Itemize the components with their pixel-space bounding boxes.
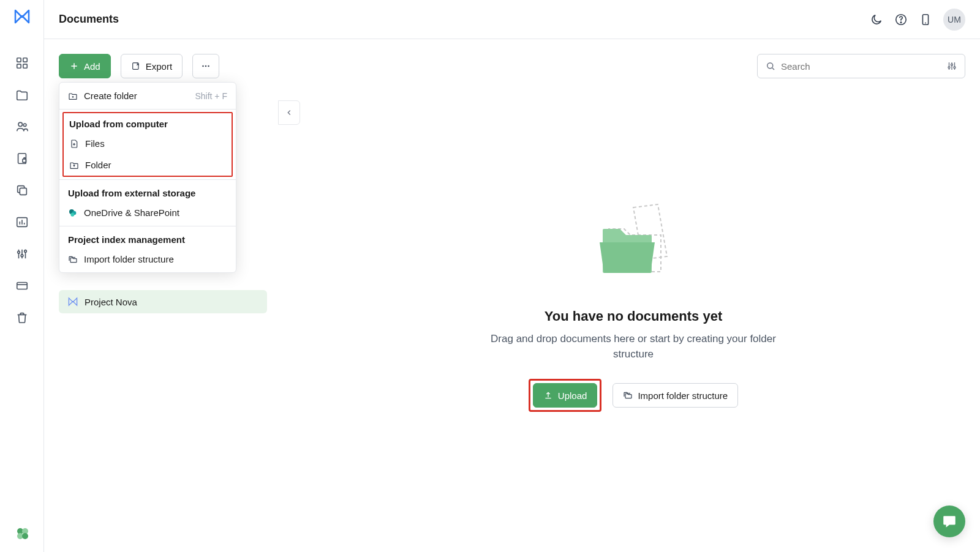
card-icon[interactable] <box>15 279 29 293</box>
search-icon <box>765 61 776 72</box>
search-field[interactable] <box>757 54 965 78</box>
divider <box>59 226 236 226</box>
svg-point-17 <box>22 533 28 539</box>
add-button[interactable]: Add <box>59 54 111 78</box>
highlight-ring: Upload <box>529 379 602 412</box>
trash-icon[interactable] <box>15 311 29 324</box>
add-dropdown: Create folder Shift + F Upload from comp… <box>59 82 236 273</box>
plus-icon <box>69 61 79 71</box>
sharepoint-icon <box>68 208 78 218</box>
svg-point-4 <box>18 122 22 126</box>
dropdown-item-label: Create folder <box>84 91 137 101</box>
search-input[interactable] <box>781 61 946 72</box>
side-nav <box>0 0 44 552</box>
highlighted-section: Upload from computer Files Folder <box>62 112 233 177</box>
svg-point-19 <box>900 21 901 22</box>
add-button-label: Add <box>84 61 100 72</box>
upload-button-label: Upload <box>558 390 587 401</box>
svg-rect-0 <box>17 58 20 62</box>
svg-rect-8 <box>20 188 26 195</box>
folders-icon <box>623 390 633 400</box>
svg-point-12 <box>24 250 26 253</box>
dropdown-heading-external: Upload from external storage <box>59 182 236 202</box>
export-icon <box>131 61 141 71</box>
documents-icon[interactable] <box>15 88 29 102</box>
svg-point-25 <box>767 63 773 69</box>
shortcut-label: Shift + F <box>195 91 227 101</box>
dropdown-create-folder[interactable]: Create folder Shift + F <box>59 85 236 106</box>
svg-point-5 <box>23 124 26 127</box>
import-button-label: Import folder structure <box>638 390 728 401</box>
file-plus-icon <box>69 139 79 149</box>
page-title: Documents <box>59 13 119 26</box>
collapse-panel-button[interactable] <box>278 100 300 125</box>
more-button[interactable] <box>192 54 219 78</box>
svg-point-11 <box>21 255 23 257</box>
svg-rect-2 <box>17 64 20 68</box>
help-icon[interactable] <box>894 13 908 26</box>
empty-state: You have no documents yet Drag and drop … <box>301 125 965 412</box>
project-icon <box>67 296 78 307</box>
dropdown-import-structure[interactable]: Import folder structure <box>59 248 236 270</box>
device-icon[interactable] <box>919 13 932 26</box>
svg-point-22 <box>202 65 204 67</box>
svg-rect-13 <box>17 283 27 289</box>
tree-item-project[interactable]: Project Nova <box>59 290 267 313</box>
app-logo <box>13 7 31 26</box>
topbar: Documents UM <box>44 0 980 39</box>
svg-rect-1 <box>23 58 26 62</box>
chart-icon[interactable] <box>15 215 29 229</box>
empty-title: You have no documents yet <box>545 308 723 324</box>
svg-point-31 <box>70 212 74 216</box>
svg-point-26 <box>948 67 950 69</box>
upload-icon <box>543 390 553 400</box>
more-icon <box>200 61 211 72</box>
export-button[interactable]: Export <box>121 54 183 78</box>
folder-plus-icon <box>68 91 78 101</box>
empty-illustration <box>584 198 682 284</box>
status-icon[interactable] <box>15 526 29 540</box>
dropdown-item-label: OneDrive & SharePoint <box>84 207 179 218</box>
svg-point-10 <box>17 251 20 253</box>
svg-rect-3 <box>23 64 26 68</box>
secure-doc-icon[interactable] <box>15 152 29 165</box>
dropdown-item-label: Files <box>85 138 105 149</box>
svg-rect-7 <box>22 159 25 163</box>
empty-subtitle: Drag and drop documents here or start by… <box>486 332 780 362</box>
svg-point-23 <box>205 65 207 67</box>
divider <box>59 179 236 180</box>
svg-point-28 <box>954 67 956 69</box>
chat-launcher[interactable] <box>933 505 965 537</box>
svg-point-24 <box>208 65 209 67</box>
sliders-icon[interactable] <box>15 247 29 261</box>
filter-icon[interactable] <box>946 61 957 72</box>
dropdown-upload-folder[interactable]: Folder <box>64 154 232 176</box>
import-structure-button[interactable]: Import folder structure <box>612 383 738 408</box>
dashboard-icon[interactable] <box>15 56 29 70</box>
copy-icon[interactable] <box>15 184 29 197</box>
theme-toggle-icon[interactable] <box>870 13 883 26</box>
export-button-label: Export <box>146 61 172 72</box>
folder-up-icon <box>69 160 79 170</box>
dropdown-heading-index: Project index management <box>59 229 236 248</box>
divider <box>59 109 236 110</box>
dropdown-item-label: Import folder structure <box>84 254 174 264</box>
folders-icon <box>68 255 78 264</box>
tree-item-label: Project Nova <box>85 297 137 307</box>
user-avatar[interactable]: UM <box>943 9 965 31</box>
upload-button[interactable]: Upload <box>533 383 598 408</box>
people-icon[interactable] <box>15 120 29 133</box>
dropdown-upload-files[interactable]: Files <box>64 133 232 154</box>
dropdown-heading-upload-computer: Upload from computer <box>64 113 232 133</box>
dropdown-item-label: Folder <box>85 160 111 170</box>
svg-point-27 <box>951 64 953 65</box>
dropdown-onedrive[interactable]: OneDrive & SharePoint <box>59 202 236 223</box>
